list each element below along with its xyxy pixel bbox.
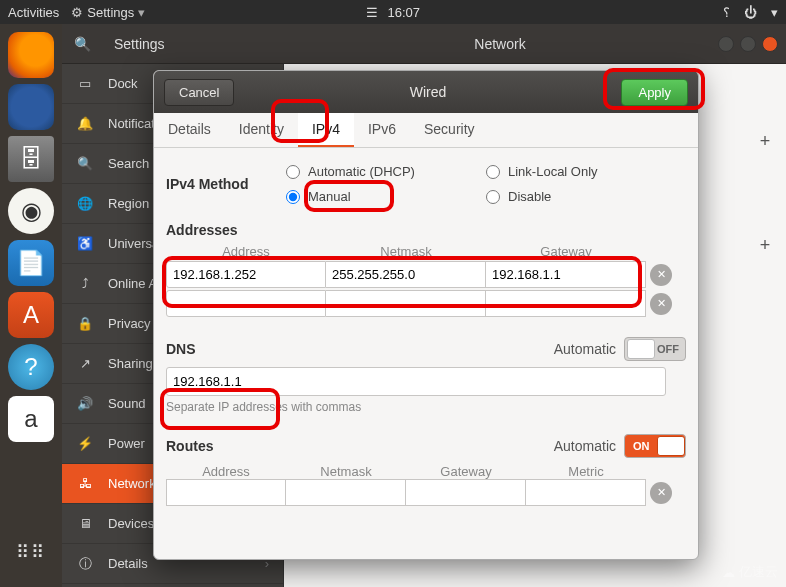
route-address-input[interactable] bbox=[166, 479, 286, 506]
routes-headers: Address Netmask Gateway Metric bbox=[166, 464, 686, 479]
routes-automatic-toggle[interactable]: ON bbox=[624, 434, 686, 458]
radio-disable-input[interactable] bbox=[486, 190, 500, 204]
dock-thunderbird-icon[interactable] bbox=[8, 84, 54, 130]
dock-firefox-icon[interactable] bbox=[8, 32, 54, 78]
close-button[interactable] bbox=[762, 36, 778, 52]
radio-disable-label: Disable bbox=[508, 189, 551, 204]
toggle-on-label: ON bbox=[633, 440, 650, 452]
status-area[interactable]: ⸮ ⏻ ▾ bbox=[723, 5, 778, 20]
toggle-off-label: OFF bbox=[657, 343, 679, 355]
sidebar-item-label: Sharing bbox=[108, 356, 153, 371]
sidebar-item-label: Network bbox=[108, 476, 156, 491]
dns-input[interactable] bbox=[166, 367, 666, 396]
address-row: ✕ bbox=[166, 290, 686, 317]
sidebar-icon: ⓘ bbox=[76, 555, 94, 573]
sidebar-icon: ↗ bbox=[76, 356, 94, 371]
dock-writer-icon[interactable]: 📄 bbox=[8, 240, 54, 286]
radio-automatic[interactable]: Automatic (DHCP) bbox=[286, 164, 486, 179]
dropdown-arrow-icon: ▾ bbox=[138, 5, 145, 20]
address-input[interactable] bbox=[166, 261, 326, 288]
tab-ipv4[interactable]: IPv4 bbox=[298, 113, 354, 147]
window-controls bbox=[718, 36, 786, 52]
sidebar-item-label: Search bbox=[108, 156, 149, 171]
dialog-tabs: DetailsIdentityIPv4IPv6Security bbox=[154, 113, 698, 148]
activities-button[interactable]: Activities bbox=[8, 5, 59, 20]
clock-icon: ☰ bbox=[366, 5, 378, 20]
sidebar-item-label: Devices bbox=[108, 516, 154, 531]
apply-button[interactable]: Apply bbox=[621, 79, 688, 106]
clock[interactable]: ☰ 16:07 bbox=[366, 5, 420, 20]
route-netmask-input[interactable] bbox=[286, 479, 406, 506]
gateway-input[interactable] bbox=[486, 290, 646, 317]
radio-automatic-input[interactable] bbox=[286, 165, 300, 179]
header-route-netmask: Netmask bbox=[286, 464, 406, 479]
netmask-input[interactable] bbox=[326, 290, 486, 317]
radio-disable[interactable]: Disable bbox=[486, 189, 686, 204]
sidebar-icon: 🔍 bbox=[76, 156, 94, 171]
radio-linklocal[interactable]: Link-Local Only bbox=[486, 164, 686, 179]
minimize-button[interactable] bbox=[718, 36, 734, 52]
dns-automatic-toggle[interactable]: OFF bbox=[624, 337, 686, 361]
header-gateway: Gateway bbox=[486, 244, 646, 259]
gateway-input[interactable] bbox=[486, 261, 646, 288]
help-icon[interactable]: ⸮ bbox=[723, 5, 730, 20]
address-input[interactable] bbox=[166, 290, 326, 317]
radio-linklocal-input[interactable] bbox=[486, 165, 500, 179]
addresses-title: Addresses bbox=[166, 222, 686, 238]
add-vpn-button[interactable]: + bbox=[754, 234, 776, 256]
sidebar-icon: 🖥 bbox=[76, 516, 94, 531]
radio-manual-input[interactable] bbox=[286, 190, 300, 204]
dock: 🗄 ◉ 📄 A ? a ⠿⠿ bbox=[0, 24, 62, 587]
tab-details[interactable]: Details bbox=[154, 113, 225, 147]
radio-manual[interactable]: Manual bbox=[286, 189, 486, 204]
clear-row-button[interactable]: ✕ bbox=[650, 293, 672, 315]
dock-help-icon[interactable]: ? bbox=[8, 344, 54, 390]
watermark: ☁亿速云 bbox=[722, 563, 778, 581]
dialog-title: Wired bbox=[234, 84, 621, 100]
search-button[interactable]: 🔍 bbox=[62, 36, 102, 52]
tab-security[interactable]: Security bbox=[410, 113, 489, 147]
route-metric-input[interactable] bbox=[526, 479, 646, 506]
power-icon[interactable]: ⏻ bbox=[744, 5, 757, 20]
radio-linklocal-label: Link-Local Only bbox=[508, 164, 598, 179]
settings-menu[interactable]: Settings bbox=[87, 5, 134, 20]
tab-identity[interactable]: Identity bbox=[225, 113, 298, 147]
dock-show-apps-icon[interactable]: ⠿⠿ bbox=[8, 529, 54, 575]
dns-title: DNS bbox=[166, 341, 554, 357]
netmask-input[interactable] bbox=[326, 261, 486, 288]
header-address: Address bbox=[166, 244, 326, 259]
dock-amazon-icon[interactable]: a bbox=[8, 396, 54, 442]
sidebar-item-label: Privacy bbox=[108, 316, 151, 331]
add-wired-button[interactable]: + bbox=[754, 130, 776, 152]
sidebar-item-label: Sound bbox=[108, 396, 146, 411]
dock-files-icon[interactable]: 🗄 bbox=[8, 136, 54, 182]
sidebar-icon: ⚡ bbox=[76, 436, 94, 451]
header-route-metric: Metric bbox=[526, 464, 646, 479]
gear-icon: ⚙ bbox=[71, 5, 83, 20]
header-route-gateway: Gateway bbox=[406, 464, 526, 479]
header-netmask: Netmask bbox=[326, 244, 486, 259]
dock-rhythmbox-icon[interactable]: ◉ bbox=[8, 188, 54, 234]
sidebar-item-label: Power bbox=[108, 436, 145, 451]
sidebar-icon: 🔒 bbox=[76, 316, 94, 331]
dns-hint: Separate IP addresses with commas bbox=[166, 400, 686, 414]
maximize-button[interactable] bbox=[740, 36, 756, 52]
routes-automatic-label: Automatic bbox=[554, 438, 616, 454]
sidebar-icon: 🔊 bbox=[76, 396, 94, 411]
dock-software-icon[interactable]: A bbox=[8, 292, 54, 338]
top-panel: Activities ⚙ Settings ▾ ☰ 16:07 ⸮ ⏻ ▾ bbox=[0, 0, 786, 24]
sidebar-item-label: Details bbox=[108, 556, 148, 571]
clear-route-button[interactable]: ✕ bbox=[650, 482, 672, 504]
cancel-button[interactable]: Cancel bbox=[164, 79, 234, 106]
clear-row-button[interactable]: ✕ bbox=[650, 264, 672, 286]
settings-header: 🔍 Settings Network bbox=[62, 24, 786, 64]
sidebar-icon: 🌐 bbox=[76, 196, 94, 211]
sidebar-icon: ▭ bbox=[76, 76, 94, 91]
tab-ipv6[interactable]: IPv6 bbox=[354, 113, 410, 147]
address-row: ✕ bbox=[166, 261, 686, 288]
route-gateway-input[interactable] bbox=[406, 479, 526, 506]
radio-automatic-label: Automatic (DHCP) bbox=[308, 164, 415, 179]
settings-title: Settings bbox=[102, 36, 282, 52]
network-settings-dialog: Cancel Wired Apply DetailsIdentityIPv4IP… bbox=[153, 70, 699, 560]
dropdown-icon[interactable]: ▾ bbox=[771, 5, 778, 20]
